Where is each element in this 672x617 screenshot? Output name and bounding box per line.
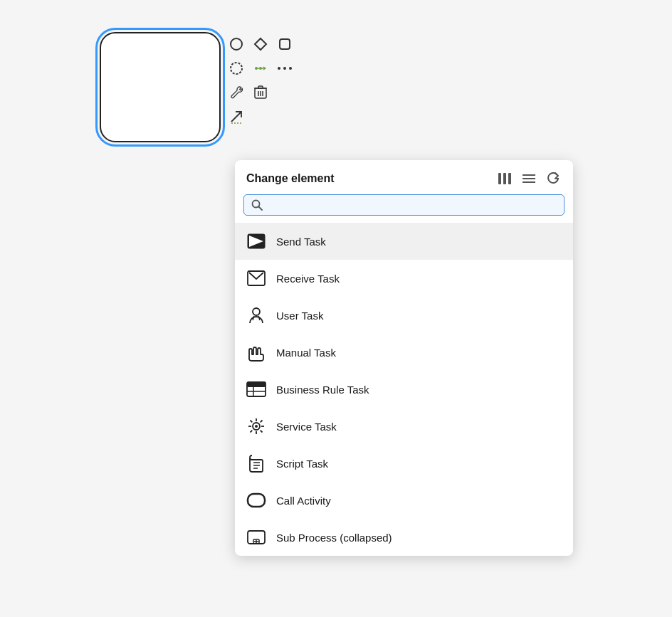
circle-dashed-icon[interactable]	[226, 58, 246, 78]
shape-toolbar	[226, 34, 295, 127]
panel-header: Change element	[235, 160, 573, 194]
panel-header-icons	[496, 170, 562, 187]
search-input[interactable]	[268, 199, 557, 211]
svg-point-41	[255, 425, 258, 428]
service-task-icon	[246, 416, 266, 436]
svg-line-35	[258, 316, 260, 320]
svg-line-34	[253, 316, 254, 320]
svg-point-11	[283, 67, 286, 70]
refresh-icon[interactable]	[545, 170, 562, 187]
trash-icon[interactable]	[251, 83, 271, 102]
list-view-icon[interactable]	[520, 170, 537, 187]
script-task-icon	[246, 453, 266, 473]
svg-point-0	[231, 38, 242, 50]
toolbar-row-4	[226, 107, 295, 127]
svg-line-48	[261, 421, 263, 423]
sub-process-label: Sub Process (collapsed)	[276, 532, 392, 544]
svg-rect-53	[248, 494, 265, 507]
items-list: Send Task Receive Task Use	[235, 223, 573, 556]
list-item[interactable]: Receive Task	[235, 260, 573, 297]
business-rule-task-label: Business Rule Task	[276, 384, 369, 396]
list-item[interactable]: User Task	[235, 297, 573, 334]
svg-rect-15	[258, 86, 263, 88]
list-item[interactable]: Manual Task	[235, 334, 573, 371]
svg-line-47	[261, 431, 263, 433]
svg-point-10	[278, 67, 280, 70]
bpmn-task-shape[interactable]	[100, 32, 221, 142]
search-icon	[251, 199, 263, 211]
receive-task-label: Receive Task	[276, 273, 340, 285]
svg-line-29	[259, 207, 263, 211]
list-item[interactable]: Call Activity	[235, 482, 573, 519]
svg-point-12	[289, 67, 292, 70]
svg-rect-37	[247, 382, 266, 387]
toolbar-row-1	[226, 34, 295, 54]
connect-icon[interactable]	[251, 58, 271, 78]
svg-line-19	[231, 112, 241, 122]
list-item[interactable]: Send Task	[235, 223, 573, 260]
diamond-icon[interactable]	[251, 34, 271, 54]
list-item[interactable]: Script Task	[235, 445, 573, 482]
manual-task-icon	[246, 342, 266, 362]
more-icon[interactable]	[275, 58, 295, 78]
manual-task-label: Manual Task	[276, 347, 336, 359]
svg-marker-1	[255, 38, 266, 50]
list-item[interactable]: Sub Process (collapsed)	[235, 519, 573, 556]
search-box	[243, 194, 565, 216]
svg-rect-23	[503, 173, 506, 184]
toolbar-row-2	[226, 58, 295, 78]
arrow-diagonal-icon[interactable]	[226, 107, 246, 127]
list-item[interactable]: Business Rule Task	[235, 371, 573, 408]
call-activity-icon	[246, 490, 266, 510]
send-task-icon	[246, 231, 266, 251]
svg-rect-22	[498, 173, 501, 184]
wrench-icon[interactable]	[226, 83, 246, 102]
svg-line-46	[251, 421, 253, 423]
square-icon[interactable]	[275, 34, 295, 54]
user-task-label: User Task	[276, 310, 323, 322]
svg-point-4	[255, 67, 258, 70]
columns-view-icon[interactable]	[496, 170, 513, 187]
toolbar-row-3	[226, 83, 295, 102]
list-item[interactable]: Service Task	[235, 408, 573, 445]
receive-task-icon	[246, 268, 266, 288]
svg-point-33	[253, 308, 260, 315]
svg-rect-2	[280, 39, 290, 49]
send-task-label: Send Task	[276, 236, 326, 248]
svg-point-5	[259, 67, 262, 70]
user-task-icon	[246, 305, 266, 325]
svg-point-3	[231, 63, 242, 74]
panel-title: Change element	[246, 172, 335, 185]
business-rule-task-icon	[246, 379, 266, 399]
search-container	[235, 194, 573, 223]
call-activity-label: Call Activity	[276, 495, 331, 507]
svg-line-49	[251, 431, 253, 433]
change-element-panel: Change element	[235, 160, 573, 556]
circle-icon[interactable]	[226, 34, 246, 54]
svg-rect-24	[508, 173, 511, 184]
sub-process-icon	[246, 527, 266, 547]
service-task-label: Service Task	[276, 421, 337, 433]
script-task-label: Script Task	[276, 458, 328, 470]
